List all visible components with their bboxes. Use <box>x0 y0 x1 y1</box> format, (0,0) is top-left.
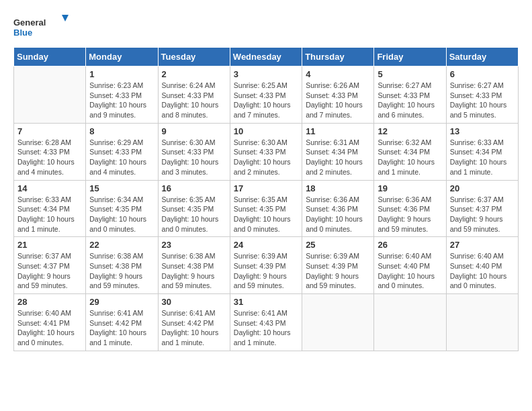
day-number: 14 <box>17 183 82 193</box>
day-number: 20 <box>450 183 515 193</box>
day-info: Sunrise: 6:40 AM Sunset: 4:40 PM Dayligh… <box>378 251 442 291</box>
day-number: 15 <box>89 183 154 193</box>
calendar-cell <box>302 294 374 351</box>
calendar-cell: 24Sunrise: 6:39 AM Sunset: 4:39 PM Dayli… <box>230 237 302 294</box>
calendar-week-1: 1Sunrise: 6:23 AM Sunset: 4:33 PM Daylig… <box>14 66 519 124</box>
day-number: 26 <box>378 240 442 250</box>
day-info: Sunrise: 6:36 AM Sunset: 4:36 PM Dayligh… <box>378 195 442 234</box>
calendar-cell: 5Sunrise: 6:27 AM Sunset: 4:33 PM Daylig… <box>374 66 446 124</box>
day-info: Sunrise: 6:28 AM Sunset: 4:33 PM Dayligh… <box>17 138 82 177</box>
calendar-week-5: 28Sunrise: 6:40 AM Sunset: 4:41 PM Dayli… <box>14 294 519 351</box>
day-number: 3 <box>234 69 298 79</box>
calendar-header-monday: Monday <box>86 48 158 66</box>
logo-svg: General Blue <box>13 13 74 40</box>
calendar-cell: 10Sunrise: 6:30 AM Sunset: 4:33 PM Dayli… <box>230 123 302 180</box>
calendar-cell: 14Sunrise: 6:33 AM Sunset: 4:34 PM Dayli… <box>14 180 86 237</box>
day-info: Sunrise: 6:37 AM Sunset: 4:37 PM Dayligh… <box>17 251 82 291</box>
logo: General Blue <box>13 13 74 40</box>
day-info: Sunrise: 6:33 AM Sunset: 4:34 PM Dayligh… <box>17 195 82 234</box>
day-info: Sunrise: 6:30 AM Sunset: 4:33 PM Dayligh… <box>234 138 298 177</box>
day-info: Sunrise: 6:39 AM Sunset: 4:39 PM Dayligh… <box>234 251 298 291</box>
day-info: Sunrise: 6:33 AM Sunset: 4:34 PM Dayligh… <box>450 138 515 177</box>
day-number: 2 <box>162 69 226 79</box>
day-info: Sunrise: 6:23 AM Sunset: 4:33 PM Dayligh… <box>89 81 154 120</box>
day-info: Sunrise: 6:29 AM Sunset: 4:33 PM Dayligh… <box>89 138 154 177</box>
day-number: 24 <box>234 240 298 250</box>
calendar-header-wednesday: Wednesday <box>230 48 302 66</box>
day-number: 10 <box>234 126 298 136</box>
calendar-cell: 8Sunrise: 6:29 AM Sunset: 4:33 PM Daylig… <box>86 123 158 180</box>
calendar-cell: 22Sunrise: 6:38 AM Sunset: 4:38 PM Dayli… <box>86 237 158 294</box>
calendar-cell: 3Sunrise: 6:25 AM Sunset: 4:33 PM Daylig… <box>230 66 302 124</box>
calendar-cell: 13Sunrise: 6:33 AM Sunset: 4:34 PM Dayli… <box>446 123 518 180</box>
day-number: 23 <box>162 240 226 250</box>
calendar-cell: 11Sunrise: 6:31 AM Sunset: 4:34 PM Dayli… <box>302 123 374 180</box>
day-info: Sunrise: 6:41 AM Sunset: 4:42 PM Dayligh… <box>89 308 154 348</box>
calendar-cell: 17Sunrise: 6:35 AM Sunset: 4:35 PM Dayli… <box>230 180 302 237</box>
day-info: Sunrise: 6:27 AM Sunset: 4:33 PM Dayligh… <box>450 81 515 120</box>
day-number: 4 <box>306 69 370 79</box>
calendar-cell: 12Sunrise: 6:32 AM Sunset: 4:34 PM Dayli… <box>374 123 446 180</box>
calendar-cell: 19Sunrise: 6:36 AM Sunset: 4:36 PM Dayli… <box>374 180 446 237</box>
svg-marker-1 <box>62 15 69 21</box>
day-info: Sunrise: 6:35 AM Sunset: 4:35 PM Dayligh… <box>162 195 226 234</box>
calendar-cell: 21Sunrise: 6:37 AM Sunset: 4:37 PM Dayli… <box>14 237 86 294</box>
calendar-cell: 7Sunrise: 6:28 AM Sunset: 4:33 PM Daylig… <box>14 123 86 180</box>
svg-text:General: General <box>13 17 46 28</box>
day-info: Sunrise: 6:36 AM Sunset: 4:36 PM Dayligh… <box>306 195 370 234</box>
day-info: Sunrise: 6:41 AM Sunset: 4:42 PM Dayligh… <box>162 308 226 348</box>
day-number: 1 <box>89 69 154 79</box>
day-info: Sunrise: 6:24 AM Sunset: 4:33 PM Dayligh… <box>162 81 226 120</box>
calendar-header-thursday: Thursday <box>302 48 374 66</box>
svg-text:Blue: Blue <box>13 28 32 38</box>
calendar-cell: 26Sunrise: 6:40 AM Sunset: 4:40 PM Dayli… <box>374 237 446 294</box>
day-info: Sunrise: 6:30 AM Sunset: 4:33 PM Dayligh… <box>162 138 226 177</box>
day-info: Sunrise: 6:26 AM Sunset: 4:33 PM Dayligh… <box>306 81 370 120</box>
calendar-week-4: 21Sunrise: 6:37 AM Sunset: 4:37 PM Dayli… <box>14 237 519 294</box>
day-info: Sunrise: 6:40 AM Sunset: 4:41 PM Dayligh… <box>17 308 82 348</box>
day-info: Sunrise: 6:40 AM Sunset: 4:40 PM Dayligh… <box>450 251 515 291</box>
calendar-cell: 16Sunrise: 6:35 AM Sunset: 4:35 PM Dayli… <box>158 180 230 237</box>
day-number: 28 <box>17 297 82 307</box>
calendar-cell: 25Sunrise: 6:39 AM Sunset: 4:39 PM Dayli… <box>302 237 374 294</box>
day-number: 5 <box>378 69 442 79</box>
day-info: Sunrise: 6:38 AM Sunset: 4:38 PM Dayligh… <box>89 251 154 291</box>
day-number: 12 <box>378 126 442 136</box>
day-number: 7 <box>17 126 82 136</box>
calendar-cell: 9Sunrise: 6:30 AM Sunset: 4:33 PM Daylig… <box>158 123 230 180</box>
day-number: 11 <box>306 126 370 136</box>
day-number: 16 <box>162 183 226 193</box>
day-info: Sunrise: 6:38 AM Sunset: 4:38 PM Dayligh… <box>162 251 226 291</box>
day-info: Sunrise: 6:39 AM Sunset: 4:39 PM Dayligh… <box>306 251 370 291</box>
day-info: Sunrise: 6:41 AM Sunset: 4:43 PM Dayligh… <box>234 308 298 348</box>
calendar-cell: 28Sunrise: 6:40 AM Sunset: 4:41 PM Dayli… <box>14 294 86 351</box>
calendar-week-3: 14Sunrise: 6:33 AM Sunset: 4:34 PM Dayli… <box>14 180 519 237</box>
day-number: 31 <box>234 297 298 307</box>
calendar-cell: 15Sunrise: 6:34 AM Sunset: 4:35 PM Dayli… <box>86 180 158 237</box>
calendar-cell: 2Sunrise: 6:24 AM Sunset: 4:33 PM Daylig… <box>158 66 230 124</box>
calendar-cell: 27Sunrise: 6:40 AM Sunset: 4:40 PM Dayli… <box>446 237 518 294</box>
day-info: Sunrise: 6:31 AM Sunset: 4:34 PM Dayligh… <box>306 138 370 177</box>
calendar-cell: 6Sunrise: 6:27 AM Sunset: 4:33 PM Daylig… <box>446 66 518 124</box>
day-number: 19 <box>378 183 442 193</box>
day-number: 17 <box>234 183 298 193</box>
calendar-cell <box>14 66 86 124</box>
calendar-header-row: SundayMondayTuesdayWednesdayThursdayFrid… <box>14 48 519 66</box>
calendar-cell: 31Sunrise: 6:41 AM Sunset: 4:43 PM Dayli… <box>230 294 302 351</box>
calendar-cell: 23Sunrise: 6:38 AM Sunset: 4:38 PM Dayli… <box>158 237 230 294</box>
day-info: Sunrise: 6:32 AM Sunset: 4:34 PM Dayligh… <box>378 138 442 177</box>
calendar-header-saturday: Saturday <box>446 48 518 66</box>
calendar-week-2: 7Sunrise: 6:28 AM Sunset: 4:33 PM Daylig… <box>14 123 519 180</box>
calendar-cell: 4Sunrise: 6:26 AM Sunset: 4:33 PM Daylig… <box>302 66 374 124</box>
day-info: Sunrise: 6:35 AM Sunset: 4:35 PM Dayligh… <box>234 195 298 234</box>
day-number: 21 <box>17 240 82 250</box>
day-number: 22 <box>89 240 154 250</box>
calendar-cell: 18Sunrise: 6:36 AM Sunset: 4:36 PM Dayli… <box>302 180 374 237</box>
calendar-cell: 20Sunrise: 6:37 AM Sunset: 4:37 PM Dayli… <box>446 180 518 237</box>
day-info: Sunrise: 6:37 AM Sunset: 4:37 PM Dayligh… <box>450 195 515 234</box>
calendar-table: SundayMondayTuesdayWednesdayThursdayFrid… <box>13 47 519 351</box>
day-number: 30 <box>162 297 226 307</box>
calendar-cell <box>446 294 518 351</box>
header: General Blue <box>13 13 519 40</box>
day-number: 18 <box>306 183 370 193</box>
